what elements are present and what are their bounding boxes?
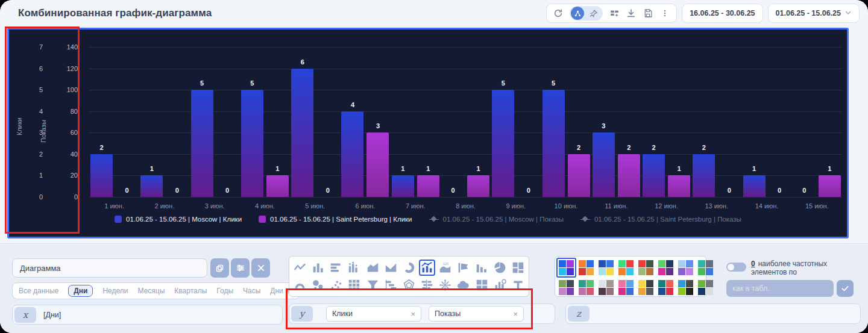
tab-все-данные[interactable]: Все данные xyxy=(19,287,58,295)
pareto-chart-icon[interactable] xyxy=(474,260,490,276)
palette-option-3[interactable] xyxy=(596,258,616,278)
radar-chart-icon[interactable] xyxy=(401,277,417,293)
date-range-1-button[interactable]: 16.06.25 - 30.06.25 xyxy=(682,4,763,23)
area-chart-icon[interactable] xyxy=(365,260,381,276)
bar[interactable] xyxy=(366,132,389,197)
palette-option-4[interactable] xyxy=(616,258,636,278)
tab-недели[interactable]: Недели xyxy=(102,287,128,295)
palette-option-6[interactable] xyxy=(656,258,676,278)
apply-button[interactable] xyxy=(837,280,854,297)
bar[interactable] xyxy=(90,154,113,197)
palette-option-8[interactable] xyxy=(696,258,715,278)
palette-option-9[interactable] xyxy=(556,278,576,297)
chip-remove-icon[interactable]: × xyxy=(410,310,415,319)
z-field[interactable]: z xyxy=(565,303,861,324)
palette-option-5[interactable] xyxy=(636,258,656,278)
chip-remove-icon[interactable]: × xyxy=(513,310,518,319)
bar-horizontal-chart-icon[interactable] xyxy=(328,260,344,276)
y-chip-показы[interactable]: Показы× xyxy=(429,306,524,322)
bar[interactable] xyxy=(643,154,665,197)
palette-option-15[interactable] xyxy=(676,278,696,297)
bar[interactable] xyxy=(568,154,590,197)
sunburst-chart-icon[interactable] xyxy=(437,277,453,293)
bar-label-chart-icon[interactable] xyxy=(492,277,508,293)
palette-option-12[interactable] xyxy=(616,278,636,297)
tab-часы[interactable]: Часы xyxy=(243,287,260,295)
bar[interactable] xyxy=(341,111,363,197)
palette-option-7[interactable] xyxy=(676,258,696,278)
close-button[interactable] xyxy=(251,258,270,278)
treemap-chart-icon[interactable] xyxy=(510,260,526,276)
combo-chart-icon[interactable] xyxy=(419,260,435,276)
spline-120-chart-icon[interactable]: 120 xyxy=(437,260,453,276)
bar[interactable] xyxy=(693,154,715,197)
bar[interactable] xyxy=(467,175,489,197)
bar[interactable] xyxy=(618,154,640,197)
y-field[interactable]: y Клики×Показы× xyxy=(289,303,555,324)
diagram-name-input[interactable]: Диаграмма xyxy=(12,258,207,278)
palette-option-11[interactable] xyxy=(596,278,616,297)
settings-button[interactable] xyxy=(231,258,250,278)
bar[interactable] xyxy=(743,175,766,197)
date-range-2-button[interactable]: 01.06.25 - 15.06.25 xyxy=(768,4,860,23)
legend-item[interactable]: 01.06.25 - 15.06.25 | Moscow | Показы xyxy=(429,216,564,223)
funnel-chart-icon[interactable] xyxy=(365,277,381,293)
tab-месяцы[interactable]: Месяцы xyxy=(138,287,165,295)
save-icon[interactable] xyxy=(643,8,653,19)
tornado-chart-icon[interactable] xyxy=(419,277,435,293)
area-sloped-chart-icon[interactable] xyxy=(383,260,399,276)
palette-option-14[interactable] xyxy=(656,278,676,297)
column-grouped-chart-icon[interactable] xyxy=(346,260,362,276)
top-n-toggle[interactable] xyxy=(726,263,746,272)
line-chart-icon[interactable] xyxy=(292,260,308,276)
heatmap-chart-icon[interactable] xyxy=(346,277,362,293)
palette-option-13[interactable] xyxy=(636,278,656,297)
tab-годы[interactable]: Годы xyxy=(216,287,233,295)
legend-item[interactable]: 01.06.25 - 15.06.25 | Saint Petersburg |… xyxy=(259,216,412,223)
cloud-chart-icon[interactable] xyxy=(455,277,471,293)
bar[interactable] xyxy=(819,175,841,197)
palette-option-16[interactable] xyxy=(696,278,715,297)
bar[interactable] xyxy=(417,175,439,197)
tab-кварталы[interactable]: Кварталы xyxy=(174,287,207,295)
bar[interactable] xyxy=(291,69,313,197)
text-chart-icon[interactable] xyxy=(510,277,526,293)
palette-swatch xyxy=(587,260,594,267)
bar[interactable] xyxy=(668,175,690,197)
gantt-chart-icon[interactable] xyxy=(383,277,399,293)
table-sort-input[interactable]: как в табл. xyxy=(726,280,834,297)
refresh-icon[interactable] xyxy=(553,8,564,19)
flag-chart-icon[interactable] xyxy=(455,260,471,276)
y-chip-клики[interactable]: Клики× xyxy=(326,306,421,322)
legend-item[interactable]: 01.06.25 - 15.06.25 | Saint Petersburg |… xyxy=(580,216,741,223)
add-widget-icon[interactable] xyxy=(609,8,620,19)
bar[interactable] xyxy=(593,132,615,197)
bar[interactable] xyxy=(140,175,163,197)
mosaic-chart-icon[interactable] xyxy=(474,277,490,293)
palette-option-2[interactable] xyxy=(576,258,596,278)
palette-option-10[interactable] xyxy=(576,278,596,297)
column-chart-icon[interactable] xyxy=(310,260,326,276)
bar[interactable] xyxy=(241,90,263,197)
download-icon[interactable] xyxy=(626,8,637,19)
bar[interactable] xyxy=(266,175,289,197)
gauge-chart-icon[interactable] xyxy=(292,277,308,293)
kebab-menu-icon[interactable] xyxy=(659,8,670,19)
share-network-icon[interactable] xyxy=(571,7,584,20)
bar[interactable] xyxy=(542,90,565,197)
duplicate-button[interactable] xyxy=(210,258,229,278)
toggle-knob xyxy=(728,264,734,270)
legend-item[interactable]: 01.06.25 - 15.06.25 | Moscow | Клики xyxy=(115,216,242,223)
bubble-chart-icon[interactable] xyxy=(310,277,326,293)
donut-chart-icon[interactable] xyxy=(401,260,417,276)
tab-дни[interactable]: Дни xyxy=(68,285,93,297)
palette-option-1[interactable] xyxy=(556,258,576,278)
bar[interactable] xyxy=(392,175,414,197)
x-field[interactable]: x [Дни] xyxy=(12,305,283,325)
pin-icon[interactable] xyxy=(588,8,599,19)
bar[interactable] xyxy=(191,90,213,197)
pie-chart-icon[interactable] xyxy=(492,260,508,276)
scatter-chart-icon[interactable] xyxy=(328,277,344,293)
bar[interactable] xyxy=(492,90,514,197)
chart-panel[interactable]: 01234567020406080100120140КликиПоказы201… xyxy=(7,28,849,238)
